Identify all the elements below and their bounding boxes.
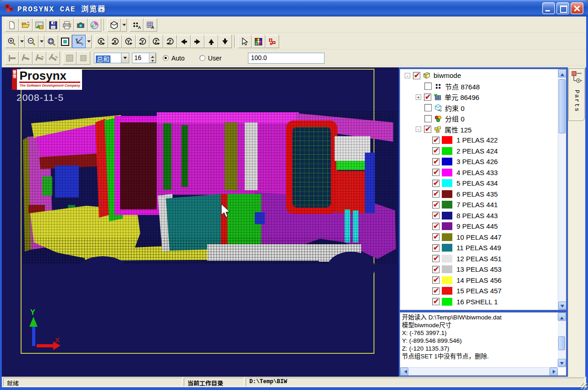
tree-property-row[interactable]: 9 PELAS 445 — [400, 221, 557, 232]
tree-constraints-row[interactable]: 约束 0 — [400, 103, 557, 114]
tree-property-row[interactable]: 8 PELAS 443 — [400, 210, 557, 221]
view-orientation-button[interactable]: YX Z — [72, 35, 86, 48]
property-checkbox[interactable] — [432, 201, 440, 209]
root-checkbox[interactable] — [413, 72, 420, 79]
tree-property-row[interactable]: 10 PELAS 447 — [400, 232, 557, 243]
property-checkbox[interactable] — [432, 212, 440, 219]
property-checkbox[interactable] — [432, 180, 440, 187]
tree-property-row[interactable]: 14 PELAS 456 — [400, 275, 557, 286]
tree-property-row[interactable]: 4 PELAS 433 — [400, 167, 557, 178]
spinner-up-icon[interactable] — [149, 53, 156, 58]
prosynx-tool-button[interactable] — [265, 35, 279, 48]
property-checkbox[interactable] — [432, 244, 440, 252]
scroll-left-icon[interactable] — [400, 368, 408, 376]
zoom-out-dropdown[interactable] — [38, 35, 44, 48]
tree-scrollbar[interactable] — [558, 69, 566, 310]
import-image-button[interactable] — [33, 18, 46, 32]
tree-property-row[interactable]: 15 PELAS 457 — [400, 286, 557, 297]
anim-end-button[interactable] — [46, 51, 60, 65]
property-checkbox[interactable] — [432, 287, 440, 295]
anim-stop-button[interactable] — [77, 51, 90, 65]
result-mode-combobox[interactable]: 总和 — [94, 53, 129, 63]
property-checkbox[interactable] — [432, 298, 440, 305]
zoom-in-dropdown[interactable] — [19, 35, 25, 48]
minimize-button[interactable] — [542, 2, 555, 14]
scroll-up-icon[interactable] — [558, 313, 566, 321]
anim-play-button[interactable] — [63, 51, 77, 65]
log-vscrollbar-thumb[interactable] — [558, 336, 565, 350]
property-checkbox[interactable] — [432, 266, 440, 273]
property-checkbox[interactable] — [432, 137, 440, 144]
tree-property-row[interactable]: 16 PSHELL 1 — [400, 297, 557, 308]
expander-icon[interactable]: + — [416, 94, 421, 100]
resize-grip[interactable] — [581, 383, 588, 390]
print-button[interactable] — [60, 18, 74, 32]
property-checkbox[interactable] — [432, 276, 440, 284]
log-vscrollbar[interactable] — [558, 313, 566, 367]
log-hscrollbar[interactable] — [400, 367, 558, 375]
expander-icon[interactable]: - — [405, 73, 410, 78]
save-button[interactable] — [46, 18, 60, 32]
view-orientation-dropdown[interactable] — [86, 35, 92, 48]
frame-count-spinner[interactable]: 16 — [132, 53, 156, 63]
pan-right-button[interactable] — [191, 35, 204, 48]
tree-property-row[interactable]: 2 PELAS 424 — [400, 146, 557, 157]
scroll-down-icon[interactable] — [558, 302, 566, 310]
expander-icon[interactable]: - — [416, 126, 421, 132]
tree-property-row[interactable]: 3 PELAS 426 — [400, 156, 557, 167]
snapshot-camera-button[interactable] — [74, 18, 88, 32]
zoom-window-button[interactable] — [44, 35, 58, 48]
color-palette-button[interactable] — [252, 35, 265, 48]
rotate-x-cw-button[interactable]: X — [108, 35, 122, 48]
constraints-checkbox[interactable] — [424, 104, 432, 111]
tree-property-row[interactable]: 7 PELAS 441 — [400, 199, 557, 210]
open-file-button[interactable] — [19, 18, 33, 32]
property-checkbox[interactable] — [432, 255, 440, 262]
maximize-button[interactable] — [556, 2, 569, 14]
model-viewport[interactable]: Y X 普信 Prosynx The Software Development … — [2, 67, 399, 377]
tree-properties-row[interactable]: - 属性 125 — [400, 124, 557, 135]
auto-radio[interactable] — [163, 55, 169, 61]
combo-dropdown-icon[interactable] — [121, 53, 129, 63]
pan-down-button[interactable] — [218, 35, 232, 48]
property-checkbox[interactable] — [432, 147, 440, 154]
property-checkbox[interactable] — [432, 158, 440, 165]
anim-first-button[interactable] — [5, 51, 19, 65]
shade-mode-dropdown[interactable] — [121, 18, 127, 32]
tree-scrollbar-thumb[interactable] — [559, 79, 566, 133]
nodes-checkbox[interactable] — [424, 82, 432, 90]
node-labels-button[interactable]: A — [130, 18, 143, 32]
rotate-y-cw-button[interactable]: Y — [136, 35, 149, 48]
tree-property-row[interactable]: 13 PELAS 453 — [400, 264, 557, 275]
record-animation-button[interactable] — [88, 18, 101, 32]
elements-checkbox[interactable] — [424, 93, 431, 101]
new-document-button[interactable] — [5, 18, 19, 32]
zoom-in-button[interactable] — [5, 35, 19, 48]
property-checkbox[interactable] — [432, 233, 440, 241]
scroll-up-icon[interactable] — [558, 69, 566, 77]
close-button[interactable] — [571, 2, 583, 14]
rotate-x-ccw-button[interactable]: X — [94, 35, 108, 48]
shade-mode-button[interactable] — [107, 18, 121, 32]
tree-nodes-row[interactable]: 节点 87648 — [400, 81, 557, 92]
tree-root-row[interactable]: - biwmode — [400, 70, 557, 81]
zoom-out-button[interactable] — [25, 35, 38, 48]
anim-next-button[interactable] — [33, 51, 46, 65]
user-radio[interactable] — [199, 55, 205, 61]
tree-property-row[interactable]: 5 PELAS 434 — [400, 178, 557, 189]
tree-elements-row[interactable]: + 单元 86496 — [400, 92, 557, 103]
element-labels-button[interactable]: A — [143, 18, 157, 32]
property-checkbox[interactable] — [432, 169, 440, 176]
groups-checkbox[interactable] — [424, 115, 432, 122]
tree-property-row[interactable]: 6 PELAS 435 — [400, 189, 557, 200]
pan-up-button[interactable] — [204, 35, 218, 48]
scroll-down-icon[interactable] — [558, 359, 566, 367]
spinner-down-icon[interactable] — [149, 58, 156, 63]
tree-property-row[interactable]: 1 PELAS 422 — [400, 135, 557, 146]
rotate-z-cw-button[interactable]: Z — [163, 35, 177, 48]
anim-prev-button[interactable] — [19, 51, 33, 65]
rotate-z-ccw-button[interactable]: Z — [149, 35, 163, 48]
parts-tab[interactable]: Parts — [568, 68, 585, 121]
property-checkbox[interactable] — [432, 190, 440, 198]
select-pointer-button[interactable] — [238, 35, 252, 48]
